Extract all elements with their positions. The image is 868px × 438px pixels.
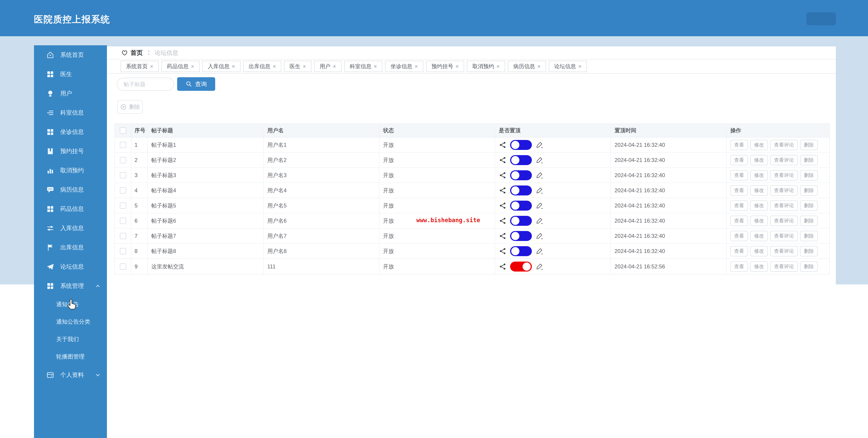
tab[interactable]: 科室信息 ×	[344, 61, 382, 72]
edit-pencil-icon[interactable]	[535, 171, 543, 179]
edit-button[interactable]: 修改	[750, 155, 768, 165]
pin-toggle[interactable]	[510, 261, 532, 272]
tab[interactable]: 系统首页 ×	[121, 61, 159, 72]
share-icon[interactable]	[499, 156, 506, 164]
edit-button[interactable]: 修改	[750, 185, 768, 196]
delete-row-button[interactable]: 删除	[800, 140, 818, 150]
share-icon[interactable]	[499, 171, 506, 179]
breadcrumb-home[interactable]: 首页	[130, 49, 143, 57]
tab[interactable]: 出库信息 ×	[243, 61, 282, 72]
tab-close-icon[interactable]: ×	[333, 63, 336, 70]
tab-close-icon[interactable]: ×	[496, 63, 500, 70]
view-button[interactable]: 查看	[730, 155, 748, 165]
edit-pencil-icon[interactable]	[535, 232, 543, 240]
view-comments-button[interactable]: 查看评论	[770, 170, 798, 181]
delete-selected-button[interactable]: 删除	[117, 100, 143, 114]
tab-close-icon[interactable]: ×	[537, 63, 541, 70]
row-checkbox[interactable]	[120, 233, 126, 239]
view-comments-button[interactable]: 查看评论	[770, 246, 798, 256]
sidebar-item[interactable]: 预约挂号	[34, 142, 107, 161]
view-button[interactable]: 查看	[730, 185, 748, 196]
tab-close-icon[interactable]: ×	[578, 63, 582, 70]
sidebar-subitem[interactable]: 轮播图管理	[34, 348, 107, 365]
tab[interactable]: 坐诊信息 ×	[385, 61, 423, 72]
edit-button[interactable]: 修改	[750, 170, 768, 181]
sidebar-item[interactable]: 论坛信息	[34, 257, 107, 276]
sidebar-subitem[interactable]: 通知公告分类	[34, 313, 107, 331]
sidebar-item[interactable]: 用户	[34, 84, 107, 103]
tab-close-icon[interactable]: ×	[456, 63, 459, 70]
row-checkbox[interactable]	[120, 202, 126, 209]
row-checkbox[interactable]	[120, 248, 126, 254]
view-button[interactable]: 查看	[730, 216, 748, 226]
delete-row-button[interactable]: 删除	[800, 170, 818, 181]
tab-close-icon[interactable]: ×	[414, 63, 418, 70]
view-button[interactable]: 查看	[730, 200, 748, 211]
row-checkbox[interactable]	[120, 157, 126, 163]
edit-pencil-icon[interactable]	[535, 156, 543, 164]
view-comments-button[interactable]: 查看评论	[770, 200, 798, 211]
pin-toggle[interactable]	[510, 216, 532, 226]
share-icon[interactable]	[499, 247, 506, 255]
delete-row-button[interactable]: 删除	[800, 155, 818, 165]
pin-toggle[interactable]	[510, 140, 532, 150]
edit-pencil-icon[interactable]	[535, 263, 543, 271]
view-comments-button[interactable]: 查看评论	[770, 216, 798, 226]
edit-pencil-icon[interactable]	[535, 247, 543, 255]
sidebar-item[interactable]: 坐诊信息	[34, 122, 107, 142]
view-comments-button[interactable]: 查看评论	[770, 140, 798, 150]
tab[interactable]: 取消预约 ×	[467, 61, 505, 72]
tab[interactable]: 病历信息 ×	[508, 61, 546, 72]
view-button[interactable]: 查看	[730, 140, 748, 150]
sidebar-item[interactable]: 系统首页	[34, 45, 107, 65]
tab[interactable]: 医生 ×	[284, 61, 311, 72]
row-checkbox[interactable]	[120, 263, 126, 270]
view-button[interactable]: 查看	[730, 170, 748, 181]
view-button[interactable]: 查看	[730, 261, 748, 272]
sidebar-item[interactable]: 出库信息	[34, 238, 107, 257]
sidebar-item[interactable]: 取消预约	[34, 161, 107, 180]
row-checkbox[interactable]	[120, 172, 126, 179]
pin-toggle[interactable]	[510, 170, 532, 180]
query-button[interactable]: 查询	[177, 77, 215, 91]
tab-close-icon[interactable]: ×	[273, 63, 276, 70]
pin-toggle[interactable]	[510, 246, 532, 256]
tab-close-icon[interactable]: ×	[303, 63, 306, 70]
tab[interactable]: 预约挂号 ×	[426, 61, 464, 72]
edit-pencil-icon[interactable]	[535, 202, 543, 210]
sidebar-item[interactable]: 科室信息	[34, 103, 107, 122]
tab[interactable]: 论坛信息 ×	[549, 61, 587, 72]
edit-pencil-icon[interactable]	[535, 187, 543, 194]
share-icon[interactable]	[499, 217, 506, 225]
tab-close-icon[interactable]: ×	[150, 63, 153, 70]
edit-button[interactable]: 修改	[750, 140, 768, 150]
delete-row-button[interactable]: 删除	[800, 231, 818, 241]
pin-toggle[interactable]	[510, 231, 532, 241]
view-comments-button[interactable]: 查看评论	[770, 155, 798, 165]
sidebar-item-profile[interactable]: 个人资料	[34, 365, 107, 384]
delete-row-button[interactable]: 删除	[800, 200, 818, 211]
select-all-checkbox[interactable]	[120, 127, 126, 134]
delete-row-button[interactable]: 删除	[800, 261, 818, 272]
tab[interactable]: 用户 ×	[314, 61, 342, 72]
edit-button[interactable]: 修改	[750, 216, 768, 226]
edit-button[interactable]: 修改	[750, 246, 768, 256]
sidebar-item[interactable]: 系统管理	[34, 276, 107, 295]
tab-close-icon[interactable]: ×	[232, 63, 235, 70]
sidebar-item[interactable]: 入库信息	[34, 219, 107, 238]
view-button[interactable]: 查看	[730, 231, 748, 241]
view-comments-button[interactable]: 查看评论	[770, 261, 798, 272]
sidebar-item[interactable]: 病历信息	[34, 180, 107, 199]
edit-button[interactable]: 修改	[750, 200, 768, 211]
delete-row-button[interactable]: 删除	[800, 216, 818, 226]
delete-row-button[interactable]: 删除	[800, 185, 818, 196]
tab[interactable]: 药品信息 ×	[161, 61, 200, 72]
edit-button[interactable]: 修改	[750, 261, 768, 272]
share-icon[interactable]	[499, 202, 506, 210]
pin-toggle[interactable]	[510, 186, 532, 195]
search-input[interactable]	[117, 78, 174, 91]
view-button[interactable]: 查看	[730, 246, 748, 256]
share-icon[interactable]	[499, 232, 506, 240]
pin-toggle[interactable]	[510, 155, 532, 165]
view-comments-button[interactable]: 查看评论	[770, 185, 798, 196]
